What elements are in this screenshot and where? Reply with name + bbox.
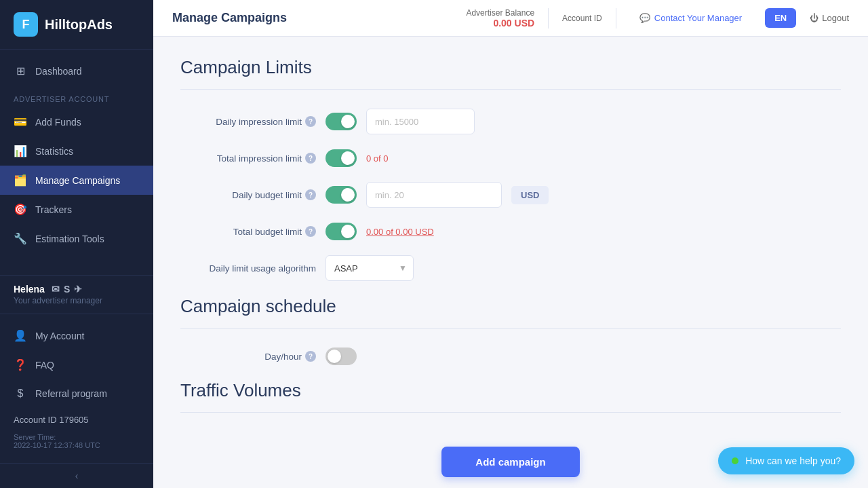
server-time-label: Server Time:	[14, 433, 140, 441]
contact-manager-button[interactable]: 💬 Contact Your Manager	[630, 7, 751, 29]
sidebar-item-label: Estimation Tools	[35, 233, 104, 244]
daily-impression-toggle[interactable]	[326, 113, 357, 130]
campaign-limits-title: Campaign Limits	[180, 57, 841, 90]
logo-icon: F	[14, 12, 38, 37]
page-body: Campaign Limits Daily impression limit ?…	[153, 37, 868, 488]
sidebar-item-label: FAQ	[35, 360, 54, 371]
daily-budget-label: Daily budget limit ?	[180, 189, 316, 200]
sidebar-item-my-account[interactable]: 👤 My Account	[0, 321, 153, 350]
server-time-value: 2022-10-17 12:37:48 UTC	[14, 441, 140, 449]
chat-widget[interactable]: How can we help you?	[718, 447, 854, 474]
sidebar-item-add-funds[interactable]: 💳 Add Funds	[0, 107, 153, 136]
sidebar: F HilltopAds ⊞ Dashboard ADVERTISER ACCO…	[0, 0, 153, 488]
day-hour-toggle[interactable]	[326, 348, 357, 365]
logo-text: HilltopAds	[45, 17, 113, 33]
logout-icon: ⏻	[810, 13, 818, 23]
main-content: Manage Campaigns Advertiser Balance 0.00…	[153, 0, 868, 488]
day-hour-row: Day/hour ?	[180, 348, 841, 365]
topbar-account-id: Account ID	[562, 14, 602, 23]
sidebar-logo: F HilltopAds	[0, 0, 153, 50]
daily-impression-help-icon[interactable]: ?	[305, 116, 316, 127]
daily-limit-algo-label: Daily limit usage algorithm	[180, 263, 316, 274]
faq-icon: ❓	[14, 358, 27, 371]
sidebar-item-label: Statistics	[35, 146, 73, 157]
statistics-icon: 📊	[14, 145, 27, 157]
sidebar-item-label: Referral program	[35, 388, 107, 399]
add-funds-icon: 💳	[14, 115, 27, 128]
skype-icon[interactable]: S	[64, 284, 70, 295]
total-budget-toggle[interactable]	[326, 223, 357, 240]
total-budget-help-icon[interactable]: ?	[305, 226, 316, 237]
daily-budget-currency: USD	[511, 186, 549, 204]
daily-limit-algo-select[interactable]: ASAP Uniform	[326, 255, 414, 281]
sidebar-item-dashboard[interactable]: ⊞ Dashboard	[0, 56, 153, 86]
daily-impression-row: Daily impression limit ?	[180, 109, 841, 134]
sidebar-item-faq[interactable]: ❓ FAQ	[0, 350, 153, 379]
sidebar-item-estimation-tools[interactable]: 🔧 Estimation Tools	[0, 224, 153, 253]
chat-online-dot	[732, 457, 738, 464]
daily-budget-row: Daily budget limit ? USD	[180, 182, 841, 208]
total-impression-toggle[interactable]	[326, 149, 357, 167]
my-account-icon: 👤	[14, 329, 27, 342]
total-impression-row: Total impression limit ? 0 of 0	[180, 149, 841, 167]
daily-budget-toggle[interactable]	[326, 186, 357, 204]
sidebar-item-statistics[interactable]: 📊 Statistics	[0, 136, 153, 166]
daily-impression-input[interactable]	[366, 109, 475, 134]
sidebar-collapse-button[interactable]: ‹	[0, 463, 153, 488]
manager-name: Helena ✉ S ✈	[14, 284, 140, 295]
chat-widget-text: How can we help you?	[745, 455, 841, 466]
telegram-icon[interactable]: ✈	[74, 284, 82, 295]
total-budget-row: Total budget limit ? 0.00 of 0.00 USD	[180, 223, 841, 240]
day-hour-help-icon[interactable]: ?	[305, 351, 316, 362]
total-budget-value[interactable]: 0.00 of 0.00 USD	[366, 227, 434, 237]
daily-limit-algo-row: Daily limit usage algorithm ASAP Uniform…	[180, 255, 841, 281]
referral-icon: $	[14, 388, 27, 400]
sidebar-item-trackers[interactable]: 🎯 Trackers	[0, 195, 153, 224]
topbar: Manage Campaigns Advertiser Balance 0.00…	[153, 0, 868, 37]
day-hour-label: Day/hour ?	[180, 351, 316, 362]
advertiser-balance: Advertiser Balance 0.00 USD	[466, 8, 534, 29]
sidebar-item-label: Manage Campaigns	[35, 175, 120, 186]
sidebar-nav: ⊞ Dashboard ADVERTISER ACCOUNT 💳 Add Fun…	[0, 50, 153, 275]
traffic-volumes-title: Traffic Volumes	[180, 380, 841, 413]
email-icon[interactable]: ✉	[52, 284, 60, 295]
daily-limit-algo-dropdown-wrap: ASAP Uniform ▼	[326, 255, 414, 281]
estimation-tools-icon: 🔧	[14, 232, 27, 245]
manager-icons: ✉ S ✈	[52, 284, 82, 295]
page-title: Manage Campaigns	[172, 11, 452, 25]
language-button[interactable]: EN	[765, 8, 796, 28]
daily-budget-input[interactable]	[366, 182, 502, 208]
campaign-schedule-title: Campaign schedule	[180, 296, 841, 329]
balance-amount: 0.00 USD	[493, 18, 534, 29]
add-campaign-button[interactable]: Add campaign	[441, 447, 579, 477]
dashboard-icon: ⊞	[14, 64, 27, 77]
total-impression-label: Total impression limit ?	[180, 153, 316, 164]
sidebar-manager: Helena ✉ S ✈ Your advertiser manager	[0, 275, 153, 314]
total-budget-label: Total budget limit ?	[180, 226, 316, 237]
manager-title: Your advertiser manager	[14, 296, 140, 305]
logout-button[interactable]: ⏻ Logout	[810, 13, 849, 23]
sidebar-bottom: 👤 My Account ❓ FAQ $ Referral program Ac…	[0, 314, 153, 463]
sidebar-item-label: My Account	[35, 331, 84, 341]
manage-campaigns-icon: 🗂️	[14, 174, 27, 187]
server-time: Server Time: 2022-10-17 12:37:48 UTC	[0, 429, 153, 456]
total-impression-help-icon[interactable]: ?	[305, 153, 316, 164]
sidebar-item-label: Trackers	[35, 204, 72, 215]
sidebar-item-referral[interactable]: $ Referral program	[0, 379, 153, 408]
daily-impression-label: Daily impression limit ?	[180, 116, 316, 127]
account-id-text: Account ID 179605	[14, 415, 89, 425]
total-impression-value: 0 of 0	[366, 153, 389, 164]
chat-icon: 💬	[639, 13, 650, 23]
topbar-separator	[548, 8, 549, 29]
sidebar-item-label: Add Funds	[35, 117, 81, 128]
balance-label: Advertiser Balance	[466, 8, 534, 18]
trackers-icon: 🎯	[14, 203, 27, 216]
account-id-section: Account ID 179605	[0, 408, 153, 429]
sidebar-item-manage-campaigns[interactable]: 🗂️ Manage Campaigns	[0, 166, 153, 195]
daily-budget-help-icon[interactable]: ?	[305, 189, 316, 200]
sidebar-item-label: Dashboard	[35, 66, 82, 77]
sidebar-section-label: ADVERTISER ACCOUNT	[0, 86, 153, 107]
topbar-separator2	[616, 8, 616, 29]
